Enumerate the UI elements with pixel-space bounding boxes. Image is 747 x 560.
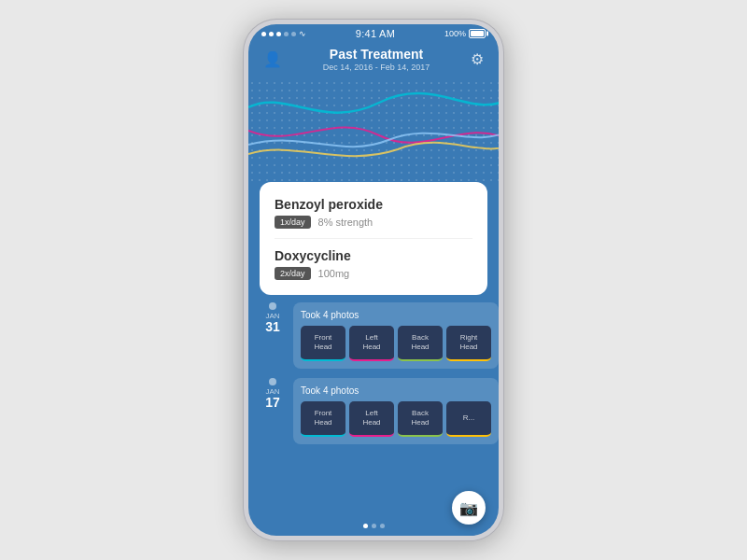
timeline-entry-2: JAN 17 Took 4 photos FrontHead LeftHead …	[260, 378, 487, 444]
app-header: 👤 Past Treatment Dec 14, 2016 - Feb 14, …	[248, 43, 499, 79]
nav-dot-2[interactable]	[372, 524, 376, 528]
medication-card: Benzoyl peroxide 1x/day 8% strength Doxy…	[260, 182, 487, 295]
wifi-icon: ∿	[299, 29, 306, 38]
med-frequency-1: 1x/day	[275, 216, 311, 229]
photo-thumbnails-1: FrontHead LeftHead BackHead RightHead	[301, 326, 491, 361]
photo-thumb-front-head-1[interactable]: FrontHead	[301, 326, 345, 361]
person-icon[interactable]: 👤	[263, 50, 282, 68]
wave-chart	[248, 79, 499, 182]
header-center: Past Treatment Dec 14, 2016 - Feb 14, 20…	[323, 47, 430, 72]
photo-thumb-left-head-1[interactable]: LeftHead	[349, 326, 394, 361]
med-name-1: Benzoyl peroxide	[275, 197, 472, 212]
signal-dot-1	[261, 32, 266, 36]
timeline-area: JAN 31 Took 4 photos FrontHead LeftHead …	[248, 302, 499, 508]
status-bar: ∿ 9:41 AM 100%	[248, 24, 499, 43]
photo-count-1: Took 4 photos	[301, 310, 491, 320]
signal-dot-3	[276, 32, 281, 36]
battery-percent: 100%	[444, 29, 466, 38]
gear-icon[interactable]: ⚙	[471, 50, 484, 68]
timeline-card-2[interactable]: Took 4 photos FrontHead LeftHead BackHea…	[293, 378, 499, 444]
signal-dot-4	[284, 32, 289, 36]
photo-count-2: Took 4 photos	[301, 385, 491, 396]
med-frequency-2: 2x/day	[275, 267, 311, 280]
signal-dots: ∿	[261, 29, 306, 38]
camera-icon: 📷	[459, 499, 478, 517]
timeline-dot-1	[269, 302, 276, 310]
phone-device: ∿ 9:41 AM 100% 👤 Past Treatment Dec 14, …	[243, 19, 504, 541]
photo-thumb-back-head-2[interactable]: BackHead	[398, 401, 443, 437]
date-day-2: 17	[265, 396, 280, 409]
camera-fab[interactable]: 📷	[452, 491, 486, 525]
medication-item-1: Benzoyl peroxide 1x/day 8% strength	[275, 193, 472, 232]
signal-dot-5	[291, 32, 296, 36]
battery-icon	[469, 29, 486, 38]
nav-dot-1[interactable]	[363, 524, 368, 528]
wave-svg	[248, 79, 499, 182]
status-time: 9:41 AM	[356, 28, 395, 39]
signal-dot-2	[269, 32, 274, 36]
status-right: 100%	[444, 29, 486, 38]
med-details-2: 2x/day 100mg	[275, 267, 472, 280]
med-detail-2: 100mg	[318, 268, 350, 279]
phone-screen: ∿ 9:41 AM 100% 👤 Past Treatment Dec 14, …	[248, 24, 499, 536]
med-details-1: 1x/day 8% strength	[275, 216, 472, 229]
battery-fill	[471, 31, 484, 36]
timeline-card-1[interactable]: Took 4 photos FrontHead LeftHead BackHea…	[293, 302, 499, 369]
timeline-dot-2	[269, 378, 276, 385]
med-name-2: Doxycycline	[275, 248, 472, 263]
date-range: Dec 14, 2016 - Feb 14, 2017	[323, 63, 430, 72]
photo-thumb-right-head-1[interactable]: RightHead	[446, 326, 491, 361]
date-day-1: 31	[265, 320, 280, 333]
nav-dot-3[interactable]	[380, 524, 385, 528]
bottom-nav	[248, 524, 499, 528]
timeline-entry-1: JAN 31 Took 4 photos FrontHead LeftHead …	[260, 302, 487, 369]
photo-thumb-right-head-2[interactable]: R...	[446, 401, 491, 437]
med-detail-1: 8% strength	[318, 217, 374, 228]
medication-item-2: Doxycycline 2x/day 100mg	[275, 238, 472, 284]
timeline-date-2: JAN 17	[260, 378, 286, 409]
photo-thumb-back-head-1[interactable]: BackHead	[398, 326, 443, 361]
timeline-date-1: JAN 31	[260, 302, 286, 333]
photo-thumb-front-head-2[interactable]: FrontHead	[301, 401, 345, 437]
photo-thumb-left-head-2[interactable]: LeftHead	[349, 401, 394, 437]
page-title: Past Treatment	[323, 47, 430, 62]
photo-thumbnails-2: FrontHead LeftHead BackHead R...	[301, 401, 491, 437]
